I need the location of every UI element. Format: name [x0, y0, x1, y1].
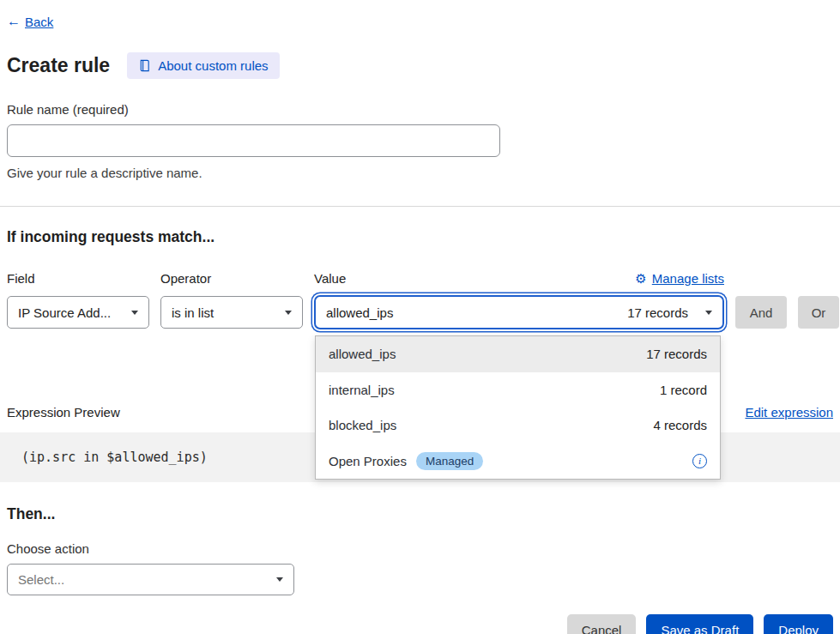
value-label-cell: Value ⚙ Manage lists	[314, 271, 724, 286]
list-item-left: Open Proxies Managed	[329, 452, 483, 470]
value-select-wrap: allowed_ips 17 records allowed_ips 17 re…	[314, 295, 724, 329]
rule-name-label: Rule name (required)	[7, 102, 833, 117]
gear-icon: ⚙	[635, 272, 646, 285]
list-item[interactable]: allowed_ips 17 records	[316, 336, 720, 372]
cancel-button[interactable]: Cancel	[567, 614, 637, 634]
field-select[interactable]: IP Source Add...	[7, 296, 149, 329]
rule-name-helper: Give your rule a descriptive name.	[7, 166, 833, 180]
about-custom-rules-label: About custom rules	[158, 58, 268, 73]
back-link-label: Back	[25, 15, 53, 29]
then-heading: Then...	[7, 505, 833, 523]
rule-name-group: Rule name (required) Give your rule a de…	[7, 102, 833, 180]
list-item-records: 1 record	[660, 383, 707, 397]
page-title: Create rule	[7, 54, 110, 77]
list-item-records: 17 records	[646, 347, 707, 361]
book-icon	[138, 59, 151, 72]
action-select[interactable]: Select...	[7, 564, 294, 595]
chevron-down-icon	[705, 311, 712, 315]
or-button[interactable]: Or	[798, 296, 839, 329]
match-labels-row: Field Operator Value ⚙ Manage lists	[7, 271, 833, 286]
operator-label: Operator	[160, 271, 303, 286]
manage-lists-label: Manage lists	[652, 271, 724, 286]
list-item-name: internal_ips	[329, 383, 395, 397]
value-select-records: 17 records	[627, 305, 688, 320]
and-button[interactable]: And	[735, 296, 787, 329]
list-item-name: allowed_ips	[329, 347, 396, 361]
info-icon[interactable]: i	[692, 454, 707, 468]
footer-actions: Cancel Save as Draft Deploy	[7, 614, 833, 634]
value-select[interactable]: allowed_ips 17 records	[314, 295, 724, 329]
value-select-value: allowed_ips	[326, 305, 393, 320]
expression-value: (ip.src in $allowed_ips)	[21, 450, 208, 465]
field-label: Field	[7, 271, 149, 286]
section-divider	[0, 206, 840, 207]
save-as-draft-button[interactable]: Save as Draft	[646, 614, 753, 634]
choose-action-label: Choose action	[7, 541, 833, 556]
chevron-down-icon	[285, 311, 292, 315]
back-arrow-icon: ←	[7, 14, 21, 29]
chevron-down-icon	[276, 577, 283, 582]
operator-select[interactable]: is in list	[160, 296, 303, 329]
manage-lists-link[interactable]: ⚙ Manage lists	[635, 271, 724, 286]
expression-preview-label: Expression Preview	[7, 405, 120, 420]
value-label: Value	[314, 271, 346, 286]
value-dropdown-menu: allowed_ips 17 records internal_ips 1 re…	[315, 335, 721, 480]
action-select-placeholder: Select...	[18, 572, 64, 587]
list-item[interactable]: internal_ips 1 record	[316, 372, 720, 408]
about-custom-rules-badge[interactable]: About custom rules	[127, 52, 279, 79]
edit-expression-link[interactable]: Edit expression	[745, 405, 833, 420]
list-item[interactable]: Open Proxies Managed i	[316, 444, 720, 480]
title-row: Create rule About custom rules	[7, 52, 833, 79]
create-rule-page: ← Back Create rule About custom rules Ru…	[0, 0, 840, 634]
field-select-value: IP Source Add...	[18, 305, 111, 320]
chevron-down-icon	[131, 311, 138, 315]
list-item[interactable]: blocked_ips 4 records	[316, 408, 720, 444]
managed-badge: Managed	[416, 452, 483, 470]
list-item-name: blocked_ips	[329, 418, 396, 432]
rule-name-input[interactable]	[7, 124, 500, 157]
back-link[interactable]: ← Back	[7, 14, 53, 29]
match-heading: If incoming requests match...	[7, 228, 833, 246]
operator-select-value: is in list	[172, 305, 214, 320]
deploy-button[interactable]: Deploy	[764, 614, 833, 634]
list-item-name: Open Proxies	[329, 454, 407, 468]
match-controls-row: IP Source Add... is in list allowed_ips …	[7, 295, 833, 329]
list-item-records: 4 records	[653, 418, 707, 432]
